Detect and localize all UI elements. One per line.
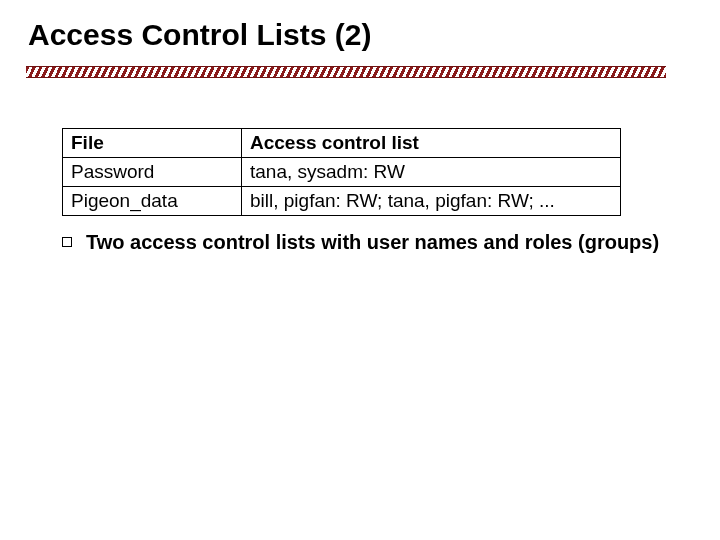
col-header-file: File: [63, 129, 242, 158]
bullet-list: Two access control lists with user names…: [62, 230, 662, 255]
title-divider: [26, 66, 666, 78]
table-row: Password tana, sysadm: RW: [63, 158, 621, 187]
cell-acl: tana, sysadm: RW: [242, 158, 621, 187]
table-header-row: File Access control list: [63, 129, 621, 158]
slide-title: Access Control Lists (2): [28, 18, 371, 52]
col-header-acl: Access control list: [242, 129, 621, 158]
cell-acl: bill, pigfan: RW; tana, pigfan: RW; ...: [242, 187, 621, 216]
slide: Access Control Lists (2) File Access con…: [0, 0, 720, 540]
acl-table-wrap: File Access control list Password tana, …: [62, 128, 621, 216]
acl-table: File Access control list Password tana, …: [62, 128, 621, 216]
square-bullet-icon: [62, 237, 72, 247]
cell-file: Password: [63, 158, 242, 187]
cell-file: Pigeon_data: [63, 187, 242, 216]
list-item: Two access control lists with user names…: [62, 230, 662, 255]
bullet-text: Two access control lists with user names…: [86, 230, 659, 255]
table-row: Pigeon_data bill, pigfan: RW; tana, pigf…: [63, 187, 621, 216]
